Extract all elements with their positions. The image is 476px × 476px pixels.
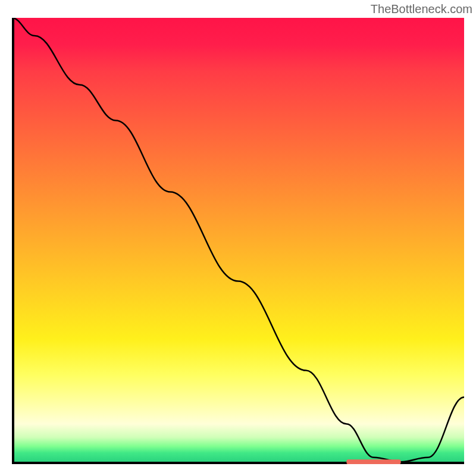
chart-svg [12,18,464,464]
optimal-range-marker [346,459,400,464]
attribution-text: TheBottleneck.com [371,2,472,16]
bottleneck-curve [12,18,464,462]
chart-container: TheBottleneck.com [0,0,476,476]
plot-area [12,18,464,464]
